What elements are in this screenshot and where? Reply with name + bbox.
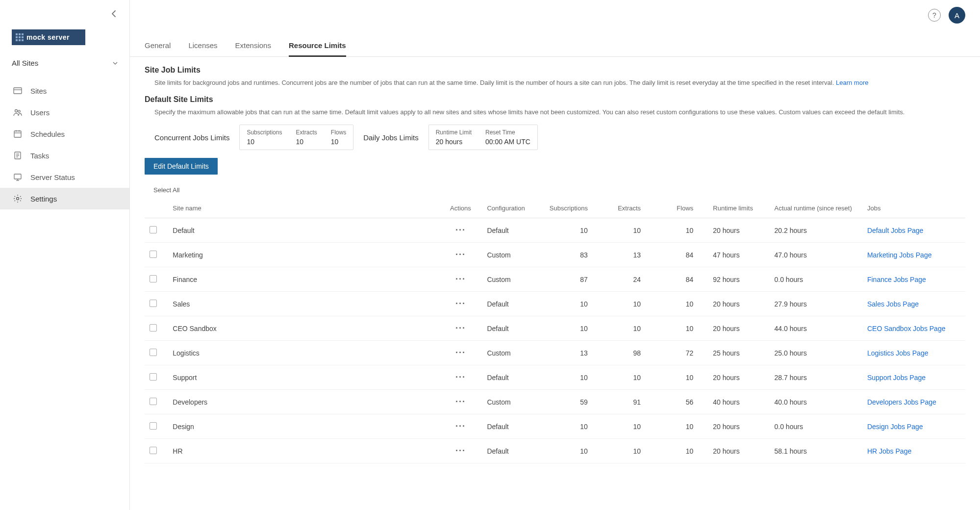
cell-subscriptions: 10 (545, 218, 603, 243)
row-checkbox[interactable] (150, 447, 157, 454)
logo: mock server (12, 29, 85, 45)
jobs-page-link[interactable]: Support Jobs Page (867, 374, 926, 382)
row-checkbox[interactable] (150, 226, 157, 233)
row-actions-button[interactable]: ··· (455, 348, 466, 357)
row-checkbox[interactable] (150, 349, 157, 356)
jobs-page-link[interactable]: Marketing Jobs Page (867, 251, 932, 259)
sidebar-item-label: Settings (30, 195, 57, 203)
tabs: General Licenses Extensions Resource Lim… (130, 24, 980, 57)
col-site-name[interactable]: Site name (164, 199, 439, 218)
table-row: Developers···Custom59915640 hours40.0 ho… (145, 390, 965, 414)
learn-more-link[interactable]: Learn more (836, 79, 868, 86)
row-checkbox[interactable] (150, 300, 157, 307)
cell-flows: 10 (655, 218, 708, 243)
sites-icon (13, 86, 23, 96)
subscriptions-limit-value: 10 (247, 138, 282, 146)
cell-actual-runtime: 0.0 hours (770, 414, 862, 439)
sidebar-item-server-status[interactable]: Server Status (0, 166, 129, 188)
table-row: Design···Default10101020 hours0.0 hoursD… (145, 414, 965, 439)
row-actions-button[interactable]: ··· (455, 323, 466, 333)
col-configuration[interactable]: Configuration (482, 199, 544, 218)
site-selector[interactable]: All Sites (12, 59, 118, 67)
tab-extensions[interactable]: Extensions (235, 41, 271, 56)
col-jobs[interactable]: Jobs (862, 199, 965, 218)
cell-flows: 84 (655, 267, 708, 292)
table-row: HR···Default10101020 hours58.1 hoursHR J… (145, 439, 965, 463)
cell-runtime-limits: 20 hours (708, 316, 769, 341)
cell-site-name: Logistics (164, 341, 439, 365)
jobs-page-link[interactable]: Default Jobs Page (867, 227, 923, 234)
row-actions-button[interactable]: ··· (455, 274, 466, 284)
extracts-limit-label: Extracts (296, 129, 317, 136)
cell-configuration: Default (482, 365, 544, 390)
row-checkbox[interactable] (150, 398, 157, 405)
cell-runtime-limits: 47 hours (708, 243, 769, 267)
sidebar-item-settings[interactable]: Settings (0, 188, 129, 209)
cell-subscriptions: 10 (545, 414, 603, 439)
concurrent-limits-box: Subscriptions 10 Extracts 10 Flows 10 (239, 125, 353, 150)
tab-general[interactable]: General (145, 41, 171, 56)
cell-flows: 10 (655, 365, 708, 390)
cell-subscriptions: 10 (545, 292, 603, 316)
sidebar-item-users[interactable]: Users (0, 102, 129, 123)
cell-configuration: Custom (482, 267, 544, 292)
help-button[interactable]: ? (928, 9, 941, 22)
cell-site-name: HR (164, 439, 439, 463)
cell-site-name: Support (164, 365, 439, 390)
jobs-page-link[interactable]: Developers Jobs Page (867, 398, 936, 406)
sidebar-item-schedules[interactable]: Schedules (0, 123, 129, 145)
sidebar-item-tasks[interactable]: Tasks (0, 145, 129, 166)
row-actions-button[interactable]: ··· (455, 397, 466, 407)
runtime-limit-value: 20 hours (436, 138, 472, 146)
chevron-left-icon (111, 10, 117, 18)
col-actual-runtime[interactable]: Actual runtime (since reset) (770, 199, 862, 218)
site-selector-label: All Sites (12, 59, 38, 67)
cell-runtime-limits: 40 hours (708, 390, 769, 414)
select-all-link[interactable]: Select All (153, 186, 965, 194)
cell-configuration: Custom (482, 390, 544, 414)
jobs-page-link[interactable]: Design Jobs Page (867, 423, 923, 431)
jobs-page-link[interactable]: Sales Jobs Page (867, 300, 919, 308)
jobs-page-link[interactable]: Finance Jobs Page (867, 276, 926, 283)
tab-resource-limits[interactable]: Resource Limits (289, 41, 346, 57)
row-actions-button[interactable]: ··· (455, 372, 466, 382)
row-actions-button[interactable]: ··· (455, 299, 466, 308)
cell-flows: 10 (655, 414, 708, 439)
col-extracts[interactable]: Extracts (603, 199, 655, 218)
jobs-page-link[interactable]: CEO Sandbox Jobs Page (867, 325, 946, 332)
cell-runtime-limits: 25 hours (708, 341, 769, 365)
col-actions[interactable]: Actions (439, 199, 482, 218)
site-job-limits-title: Site Job Limits (145, 66, 965, 75)
cell-runtime-limits: 20 hours (708, 292, 769, 316)
cell-extracts: 10 (603, 292, 655, 316)
row-checkbox[interactable] (150, 251, 157, 258)
row-checkbox[interactable] (150, 373, 157, 381)
col-runtime-limits[interactable]: Runtime limits (708, 199, 769, 218)
cell-configuration: Default (482, 218, 544, 243)
avatar-initial: A (955, 11, 959, 20)
row-actions-button[interactable]: ··· (455, 225, 466, 235)
flows-limit-value: 10 (331, 138, 346, 146)
row-checkbox[interactable] (150, 275, 157, 282)
tab-licenses[interactable]: Licenses (188, 41, 217, 56)
col-subscriptions[interactable]: Subscriptions (545, 199, 603, 218)
svg-point-3 (18, 110, 20, 112)
sidebar-collapse-button[interactable] (107, 7, 121, 21)
logo-text: mock server (26, 33, 70, 41)
jobs-page-link[interactable]: HR Jobs Page (867, 447, 911, 455)
row-actions-button[interactable]: ··· (455, 250, 466, 259)
cell-configuration: Default (482, 292, 544, 316)
avatar[interactable]: A (949, 7, 965, 24)
edit-default-limits-button[interactable]: Edit Default Limits (145, 158, 218, 175)
site-job-limits-desc: Site limits for background jobs and runt… (154, 78, 955, 87)
table-row: Logistics···Custom13987225 hours25.0 hou… (145, 341, 965, 365)
row-checkbox[interactable] (150, 324, 157, 332)
caret-down-icon (113, 62, 118, 65)
row-checkbox[interactable] (150, 422, 157, 430)
jobs-page-link[interactable]: Logistics Jobs Page (867, 349, 929, 357)
row-actions-button[interactable]: ··· (455, 446, 466, 456)
row-actions-button[interactable]: ··· (455, 421, 466, 431)
col-flows[interactable]: Flows (655, 199, 708, 218)
sidebar-item-sites[interactable]: Sites (0, 80, 129, 102)
concurrent-jobs-label: Concurrent Jobs Limits (154, 133, 229, 142)
